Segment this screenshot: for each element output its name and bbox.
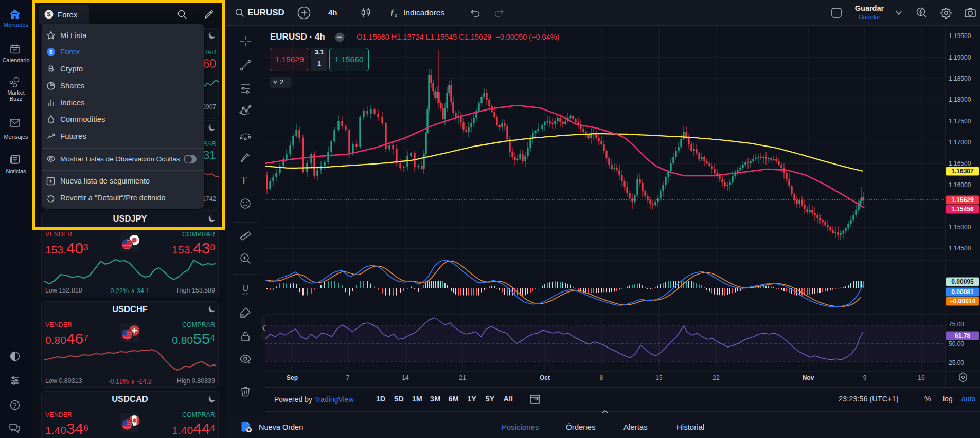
svg-text:Oct: Oct bbox=[540, 374, 550, 381]
svg-text:0.00081: 0.00081 bbox=[951, 288, 974, 296]
svg-text:1.18000: 1.18000 bbox=[949, 96, 971, 103]
svg-text:8: 8 bbox=[600, 374, 603, 381]
svg-text:1.14500: 1.14500 bbox=[949, 245, 971, 252]
svg-text:1.18500: 1.18500 bbox=[949, 75, 971, 82]
svg-text:50.00: 50.00 bbox=[949, 340, 964, 348]
svg-text:1.15456: 1.15456 bbox=[951, 206, 974, 213]
svg-text:75.00: 75.00 bbox=[949, 321, 964, 328]
svg-text:22: 22 bbox=[712, 374, 720, 381]
svg-text:1.16307: 1.16307 bbox=[951, 168, 974, 175]
svg-text:16: 16 bbox=[918, 374, 925, 381]
svg-text:f: f bbox=[391, 8, 394, 16]
svg-text:9: 9 bbox=[863, 374, 867, 381]
svg-text:21: 21 bbox=[459, 374, 466, 381]
svg-text:0.00095: 0.00095 bbox=[951, 278, 974, 285]
svg-text:1.16500: 1.16500 bbox=[949, 160, 971, 167]
svg-text:x: x bbox=[395, 13, 397, 19]
svg-text:14: 14 bbox=[402, 374, 409, 381]
svg-text:1.19000: 1.19000 bbox=[949, 54, 971, 61]
svg-text:15: 15 bbox=[655, 374, 663, 381]
svg-text:1.15000: 1.15000 bbox=[949, 224, 971, 231]
svg-text:7: 7 bbox=[346, 374, 350, 381]
svg-text:Sep: Sep bbox=[287, 374, 298, 381]
svg-text:61.78: 61.78 bbox=[955, 332, 970, 339]
svg-text:1.17000: 1.17000 bbox=[949, 139, 971, 146]
svg-text:Nov: Nov bbox=[803, 374, 814, 381]
svg-text:1.17500: 1.17500 bbox=[949, 118, 971, 125]
svg-text:1.19500: 1.19500 bbox=[949, 32, 971, 40]
svg-text:1.16000: 1.16000 bbox=[949, 181, 971, 189]
svg-text:−0.00014: −0.00014 bbox=[950, 298, 976, 305]
svg-text:1.15629: 1.15629 bbox=[951, 196, 974, 204]
svg-text:25.00: 25.00 bbox=[949, 359, 964, 367]
